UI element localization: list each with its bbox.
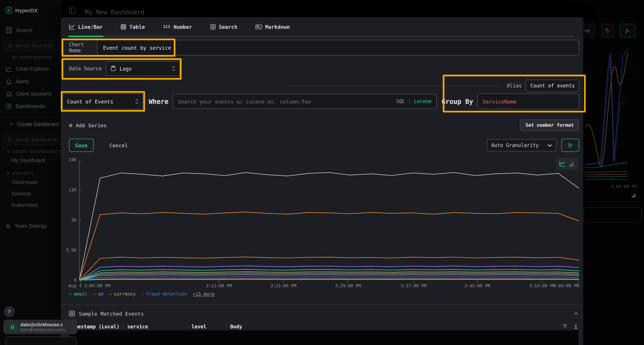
sidebar-item-client-sessions[interactable]: Client Sessions (0, 88, 61, 100)
legend-swatch: — (141, 291, 144, 297)
legend-item[interactable]: —currency (109, 291, 136, 297)
add-series-button[interactable]: ⊕ Add Series (69, 122, 107, 128)
sidebar-item-team-settings[interactable]: ⚙ Team Settings (0, 220, 61, 232)
toggle-separator: | (408, 98, 411, 104)
refresh-icon: ↻ (605, 27, 610, 34)
sidebar-item-alerts[interactable]: Alerts (0, 75, 61, 88)
sidebar-item-services[interactable]: Services (0, 188, 61, 200)
number-123-icon: 123 (163, 25, 170, 29)
list-document-icon (69, 311, 75, 317)
markdown-icon: M↓ (256, 24, 262, 29)
sidebar: HyperDX Search Saved Searches No saved s… (0, 0, 61, 345)
sidebar-collapse-icon[interactable] (69, 7, 76, 14)
where-input-wrap: SQL | Lucene (173, 94, 437, 109)
logo[interactable]: HyperDX (0, 0, 61, 14)
search-icon (8, 43, 12, 48)
run-chart-button[interactable] (562, 139, 579, 152)
data-source-select[interactable]: Logs (106, 61, 180, 76)
bell-icon (6, 78, 12, 84)
column-header-service[interactable]: service (127, 324, 148, 329)
database-icon (110, 66, 116, 71)
x-axis-label: 3:37:00 PM (400, 283, 426, 288)
y-axis-label: 3.5K (66, 247, 76, 252)
legend-item[interactable]: —fraud-detection (141, 291, 187, 297)
alias-label: Alias (507, 83, 522, 89)
refresh-button[interactable]: ↻ (601, 24, 614, 37)
legend-item[interactable]: —email (69, 291, 88, 297)
group-by-input[interactable] (477, 93, 579, 109)
events-table-header: Timestamp (Local) service level Body (69, 323, 578, 331)
select-updown-icon (172, 66, 175, 71)
live-play-button[interactable] (620, 24, 636, 37)
data-source-value: Logs (120, 65, 132, 71)
sidebar-item-dashboards[interactable]: Dashboards (0, 100, 61, 112)
chart-plot-area[interactable] (79, 160, 579, 280)
create-dashboard-button[interactable]: + Create Dashboard (0, 118, 61, 130)
legend-swatch: — (69, 291, 72, 297)
table-grid-icon (121, 24, 126, 29)
download-icon[interactable] (573, 324, 578, 329)
dashboard-grid-icon (6, 103, 12, 109)
chevron-up-icon[interactable] (574, 312, 578, 315)
user-detail: dale@clickhouse.com's (20, 327, 66, 332)
legend-more-link[interactable]: +15 more (193, 291, 214, 297)
cancel-button[interactable]: Cancel (109, 142, 128, 148)
divider (61, 305, 583, 305)
actions-row: Save Cancel Auto Granularity (69, 139, 579, 152)
line-chart-icon (69, 24, 75, 29)
chevron-down-icon (6, 150, 10, 153)
search-icon (8, 137, 12, 142)
sidebar-item-chart-explorer[interactable]: Chart Explorer (0, 63, 61, 75)
tab-table[interactable]: Table (121, 17, 145, 36)
background-axis-time-label: 4:04:00 PM (611, 184, 637, 189)
sidebar-item-clickhouse[interactable]: ClickHouse (0, 176, 61, 188)
chart-type-tabs: Line/Bar Table 123 Number Search M↓ Mark… (69, 17, 575, 37)
avatar: D (8, 322, 17, 332)
user-menu[interactable]: D dale@clickhouse.c dale@clickhouse.com'… (3, 320, 77, 334)
x-axis-label: 3:53:00 PM (529, 283, 555, 288)
granularity-select[interactable]: Auto Granularity (487, 139, 556, 151)
x-axis-label: 3:29:00 PM (335, 283, 361, 288)
user-name: dale@clickhouse.c (20, 322, 66, 327)
granularity-value: Auto Granularity (491, 142, 539, 148)
sidebar-item-label: Client Sessions (16, 91, 52, 97)
column-separator (226, 324, 226, 329)
column-separator (188, 324, 188, 329)
sample-matched-events-header[interactable]: Sample Matched Events (69, 310, 578, 318)
hyperdx-logo-icon (6, 6, 12, 14)
column-header-level[interactable]: level (192, 324, 206, 329)
events-table-body[interactable] (69, 330, 578, 345)
alias-input[interactable] (526, 79, 579, 92)
where-label: Where (149, 97, 168, 105)
tab-line-bar[interactable]: Line/Bar (69, 17, 103, 36)
laptop-icon (6, 91, 12, 97)
presets-section-header[interactable]: PRESETS (0, 166, 61, 176)
sql-toggle[interactable]: SQL (396, 98, 405, 104)
divider (0, 117, 61, 117)
panel-resize-handle-icon[interactable] (632, 194, 636, 198)
chart-legend: —email—ad—currency—fraud-detection+15 mo… (69, 291, 214, 297)
sidebar-item-label: Dashboards (16, 103, 45, 109)
chart-name-input[interactable] (97, 40, 579, 55)
legend-item[interactable]: —ad (93, 291, 104, 297)
sidebar-item-search[interactable]: Search (0, 24, 61, 36)
tab-search[interactable]: Search (210, 17, 238, 36)
background-mini-chart (585, 41, 628, 181)
edit-chart-modal: Line/Bar Table 123 Number Search M↓ Mark… (61, 17, 583, 345)
aggregation-select[interactable]: Count of Events (62, 93, 143, 109)
sidebar-item-label: Team Settings (15, 223, 47, 229)
y-axis-label: 7K (71, 218, 76, 223)
chart-y-axis: 03.5K7K11K14K (61, 160, 77, 280)
help-button[interactable]: ? (4, 306, 15, 317)
lucene-toggle[interactable]: Lucene (414, 98, 432, 104)
set-number-format-button[interactable]: Set number format (520, 119, 579, 131)
save-button[interactable]: Save (69, 139, 94, 152)
saved-dashboards-section-header[interactable]: SAVED DASHBOARDS (0, 144, 61, 155)
filter-icon[interactable] (562, 324, 568, 329)
tab-markdown[interactable]: M↓ Markdown (256, 17, 290, 36)
sidebar-item-my-dashboard[interactable]: My Dashboard (0, 155, 61, 166)
y-axis-label: 11K (69, 187, 76, 192)
sidebar-item-kubernetes[interactable]: Kubernetes (0, 200, 61, 211)
tab-number[interactable]: 123 Number (163, 17, 192, 36)
column-header-body[interactable]: Body (230, 324, 242, 329)
